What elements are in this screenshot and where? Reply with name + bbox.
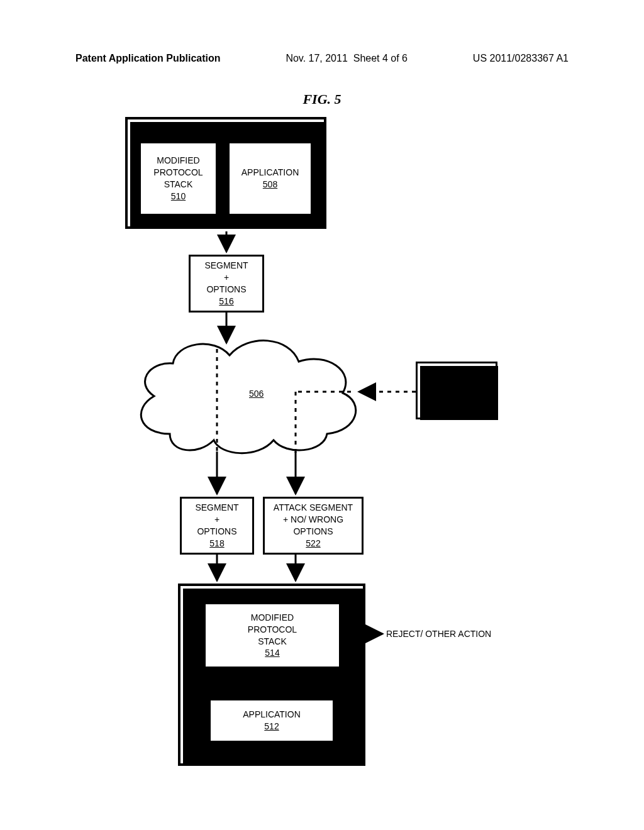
segment-options-516: SEGMENT + OPTIONS 516: [189, 255, 264, 313]
attack-segment-522: ATTACK SEGMENT + NO/ WRONG OPTIONS 522: [263, 497, 364, 555]
malicious-system-520: MALICIOUS SYSTEM 520: [416, 362, 497, 419]
header-date: Nov. 17, 2011 Sheet 4 of 6: [286, 53, 408, 64]
modified-protocol-stack-510: MODIFIED PROTOCOL STACK 510: [139, 141, 218, 216]
header-publication: Patent Application Publication: [75, 53, 221, 64]
figure-title: FIG. 5: [0, 91, 644, 108]
application-508: APPLICATION 508: [228, 141, 313, 216]
modified-protocol-stack-514: MODIFIED PROTOCOL STACK 514: [204, 602, 341, 668]
system2-title: SYSTEM 2 504: [239, 745, 304, 757]
application-512: APPLICATION 512: [209, 699, 335, 743]
page-header: Patent Application Publication Nov. 17, …: [75, 53, 569, 64]
reject-label: REJECT/ OTHER ACTION: [386, 629, 491, 639]
segment-options-518: SEGMENT + OPTIONS 518: [180, 497, 254, 555]
cloud-network: [126, 327, 365, 465]
system1-title: SYSTEM 1 502: [193, 126, 258, 138]
header-pubnum: US 2011/0283367 A1: [473, 53, 569, 64]
cloud-ref: 506: [249, 389, 264, 399]
